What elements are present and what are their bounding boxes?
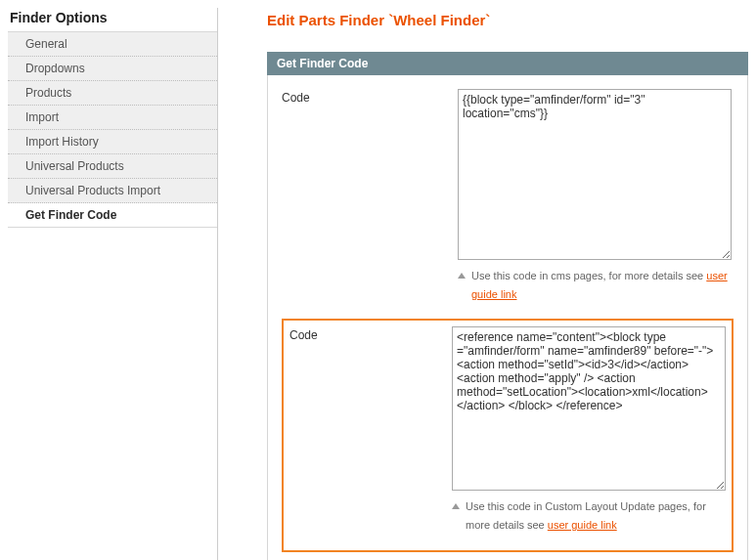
sidebar-item-label: Universal Products Import — [25, 184, 160, 197]
field-label: Code — [289, 326, 452, 534]
sidebar-item-products[interactable]: Products — [8, 81, 217, 106]
main-content: Edit Parts Finder `Wheel Finder` Get Fin… — [218, 8, 748, 560]
hint-row: Use this code in Custom Layout Update pa… — [452, 497, 726, 534]
sidebar-item-label: Dropdowns — [25, 62, 85, 75]
code-textarea-cms[interactable] — [458, 89, 732, 260]
sidebar-item-label: Universal Products — [25, 159, 124, 173]
sidebar-item-label: Import — [25, 110, 59, 124]
page-title: Edit Parts Finder `Wheel Finder` — [267, 8, 748, 52]
section-header: Get Finder Code — [267, 52, 748, 75]
field-value: Use this code in Custom Layout Update pa… — [452, 326, 726, 534]
triangle-up-icon — [452, 503, 460, 509]
sidebar-item-import[interactable]: Import — [8, 106, 217, 130]
field-value: Use this code in cms pages, for more det… — [458, 89, 734, 303]
triangle-up-icon — [458, 273, 466, 279]
hint-text: Use this code in Custom Layout Update pa… — [466, 497, 726, 534]
sidebar-item-dropdowns[interactable]: Dropdowns — [8, 57, 217, 81]
section-body: Code Use this code in cms pages, for mor… — [267, 75, 748, 560]
field-row-layout-code: Code Use this code in Custom Layout Upda… — [289, 326, 726, 539]
sidebar-item-label: Products — [25, 86, 71, 100]
sidebar-item-universal-products-import[interactable]: Universal Products Import — [8, 179, 217, 203]
sidebar-item-label: General — [25, 37, 67, 51]
sidebar-item-general[interactable]: General — [8, 32, 217, 57]
user-guide-link[interactable]: user guide link — [548, 519, 617, 531]
field-row-cms-code: Code Use this code in cms pages, for mor… — [282, 89, 734, 309]
sidebar-list: General Dropdowns Products Import Import… — [8, 31, 217, 228]
sidebar-item-import-history[interactable]: Import History — [8, 130, 217, 154]
sidebar-item-get-finder-code[interactable]: Get Finder Code — [8, 203, 217, 228]
hint-row: Use this code in cms pages, for more det… — [458, 267, 734, 303]
sidebar-item-universal-products[interactable]: Universal Products — [8, 154, 217, 179]
sidebar-item-label: Get Finder Code — [25, 208, 116, 222]
hint-text: Use this code in cms pages, for more det… — [471, 267, 734, 303]
app-container: Finder Options General Dropdowns Product… — [0, 0, 756, 560]
highlight-box: Code Use this code in Custom Layout Upda… — [282, 319, 734, 551]
sidebar-title: Finder Options — [8, 8, 217, 31]
sidebar-item-label: Import History — [25, 135, 99, 149]
sidebar: Finder Options General Dropdowns Product… — [8, 8, 218, 560]
field-label: Code — [282, 89, 458, 303]
code-textarea-layout[interactable] — [452, 326, 726, 491]
hint-prefix: Use this code in cms pages, for more det… — [471, 270, 706, 281]
